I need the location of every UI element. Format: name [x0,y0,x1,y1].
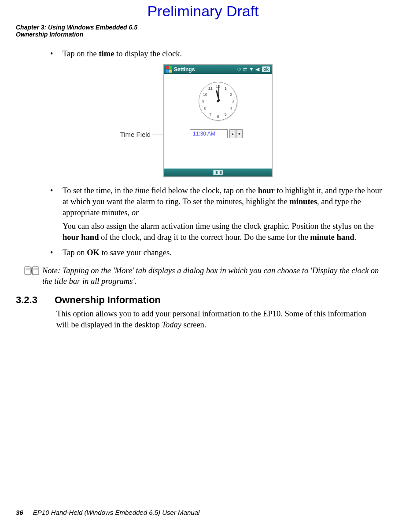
clock-number-9: 9 [202,99,204,103]
clock-number-2: 2 [230,92,232,97]
text: Tap on [63,248,87,257]
bullet-set-time: To set the time, in the time field below… [48,185,386,243]
manual-title: EP10 Hand-Held (Windows Embedded 6.5) Us… [33,509,199,516]
note-block: Note: Tapping on the 'More' tab displays… [24,265,390,286]
text: You can also assign the alarm activation… [63,222,374,231]
text-bold-time: time [99,49,114,58]
note-body: Tapping on the 'More' tab displays a dia… [42,266,379,286]
clock-number-4: 4 [230,106,232,110]
window-titlebar: Settings ⟳ ⇄ ▼ ◀: ok [164,65,272,74]
signal-icon[interactable]: ▼ [249,67,254,72]
device-screenshot: Settings ⟳ ⇄ ▼ ◀: ok 12 1 2 3 4 5 6 [163,64,273,177]
keyboard-icon[interactable] [213,170,223,175]
svg-rect-1 [33,267,39,275]
bullet-tap-ok: Tap on OK to save your changes. [48,247,386,258]
time-input-field[interactable]: 11:30 AM [190,129,228,138]
text: to display the clock. [114,49,182,58]
text-bold-ok: OK [87,248,100,257]
text-italic-or: or [132,208,139,217]
time-spin-up[interactable]: ▲ [229,129,236,138]
clock-center-dot [217,100,219,103]
bullet-tap-time: Tap on the time to display the clock. [48,48,386,59]
text: This option allows you to add your perso… [56,309,366,329]
section-title: Ownership Information [55,294,161,305]
text: To set the time, in the [63,186,135,195]
clock-number-3: 3 [232,99,234,103]
text: field below the clock, tap on the [149,186,258,195]
section-heading-323: 3.2.3Ownership Information [16,294,390,306]
text: screen. [181,320,207,329]
clock-number-11: 11 [208,86,213,91]
analog-clock[interactable]: 12 1 2 3 4 5 6 7 8 9 10 11 [199,82,237,121]
volume-icon[interactable]: ◀: [255,67,260,72]
text-bold-minute-hand: minute hand [310,233,354,242]
text: to save your changes. [100,248,172,257]
note-prefix: Note: [42,266,63,275]
page-footer: 36 EP10 Hand-Held (Windows Embedded 6.5)… [16,509,199,516]
clock-number-5: 5 [225,112,227,117]
chapter-header-line2: Ownership Information [16,31,390,38]
text: Tap on the [63,49,99,58]
callout-time-field: Time Field [111,131,151,138]
clock-number-10: 10 [203,92,207,97]
clock-number-7: 7 [209,112,211,117]
section-323-body: This option allows you to add your perso… [56,308,390,330]
svg-rect-0 [25,267,31,275]
clock-number-1: 1 [225,86,227,91]
ok-button[interactable]: ok [262,66,270,72]
device-menubar [164,169,272,176]
text: of the clock, and drag it to the correct… [99,233,310,242]
text-italic-time: time [135,186,149,195]
chapter-header-line1: Chapter 3: Using Windows Embedded 6.5 [16,24,390,31]
text-italic-today: Today [162,320,181,329]
connection-icon[interactable]: ⇄ [243,67,247,72]
page-number: 36 [16,509,23,516]
preliminary-draft-title: Preliminary Draft [16,3,390,20]
text-bold-hour: hour [258,186,275,195]
text-bold-hour-hand: hour hand [63,233,99,242]
sync-icon[interactable]: ⟳ [237,67,241,72]
clock-number-8: 8 [204,106,206,110]
clock-number-12: 12 [216,84,220,88]
window-title: Settings [174,66,195,73]
book-icon [24,265,41,277]
time-spin-down[interactable]: ▼ [236,129,243,138]
text: . [354,233,357,242]
text-bold-minutes: minutes [289,197,317,206]
clock-number-6: 6 [217,114,219,119]
clock-settings-figure: Time Field Settings ⟳ ⇄ ▼ ◀: ok 12 1 2 [16,64,390,177]
windows-start-icon[interactable] [165,66,173,73]
section-number: 3.2.3 [16,294,55,306]
